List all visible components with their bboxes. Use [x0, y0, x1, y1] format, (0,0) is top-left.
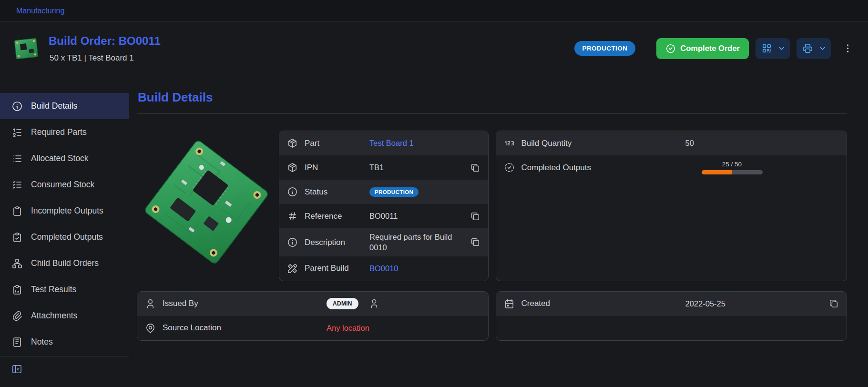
- copy-icon[interactable]: [828, 298, 839, 309]
- clipboard-check-icon: [11, 232, 23, 243]
- sidebar-item-test-results[interactable]: Test Results: [0, 276, 129, 303]
- sidebar-item-consumed-stock[interactable]: Consumed Stock: [0, 172, 129, 198]
- detail-row-completed-outputs: Completed Outputs 25 / 50: [496, 155, 847, 180]
- clipboard-icon: [11, 205, 23, 217]
- sitemap-icon: [11, 258, 23, 269]
- completed-outputs-progress: 25 / 50: [702, 161, 763, 174]
- print-actions-button[interactable]: [797, 38, 831, 59]
- reference-value: BO0011: [369, 212, 398, 221]
- part-image[interactable]: [137, 131, 276, 274]
- detail-row-build-quantity: Build Quantity 50: [496, 131, 847, 155]
- collapse-sidebar-button[interactable]: [0, 356, 129, 381]
- paperclip-icon: [11, 310, 23, 322]
- sidebar-item-label: Attachments: [31, 311, 77, 321]
- status-badge: PRODUCTION: [574, 41, 636, 56]
- sidebar-item-incomplete-outputs[interactable]: Incomplete Outputs: [0, 198, 129, 224]
- map-pin-icon: [145, 323, 156, 334]
- sidebar-item-completed-outputs[interactable]: Completed Outputs: [0, 224, 129, 250]
- build-details-cell: Part Test Board 1 IPN TB1: [137, 131, 489, 281]
- detail-row-description: Description Required parts for Build 001…: [279, 228, 488, 256]
- breadcrumb-bar: Manufacturing: [0, 0, 868, 22]
- sidebar-item-label: Required Parts: [31, 127, 87, 137]
- row-label: Build Quantity: [521, 138, 679, 148]
- detail-row-source-location: Source Location Any location: [137, 316, 488, 340]
- sidebar-item-label: Child Build Orders: [31, 258, 99, 268]
- description-value: Required parts for Build 0010: [369, 232, 463, 253]
- complete-order-label: Complete Order: [680, 44, 740, 53]
- header-titles: Build Order: BO0011 50 x TB1 | Test Boar…: [49, 34, 161, 63]
- sidebar-item-notes[interactable]: Notes: [0, 329, 129, 355]
- detail-row-ipn: IPN TB1: [279, 155, 488, 180]
- page-subtitle: 50 x TB1 | Test Board 1: [49, 53, 161, 63]
- row-label: Parent Build: [305, 263, 363, 273]
- info-circle-icon: [287, 237, 298, 248]
- main-panel: Build Details: [129, 76, 868, 387]
- detail-row-part: Part Test Board 1: [279, 131, 488, 155]
- sidebar-item-build-details[interactable]: Build Details: [0, 93, 129, 119]
- page-header: Build Order: BO0011 50 x TB1 | Test Boar…: [0, 22, 868, 76]
- progress-bar-fill: [702, 170, 732, 174]
- detail-row-issued-by: Issued By ADMIN: [137, 292, 488, 316]
- notes-icon: [11, 336, 23, 348]
- created-value: 2022-05-25: [685, 299, 725, 308]
- part-thumbnail[interactable]: [13, 37, 39, 60]
- info-circle-icon: [11, 101, 23, 112]
- chevron-down-icon: [777, 44, 786, 53]
- build-stats-card: Build Quantity 50 Completed Outputs 25 /…: [496, 131, 848, 281]
- list-numbers-icon: [11, 127, 23, 138]
- content-layout: Build Details Required Parts Allocated S…: [0, 76, 868, 387]
- sidebar-item-label: Consumed Stock: [31, 180, 94, 190]
- row-label: Description: [305, 237, 363, 247]
- list-check-icon: [11, 179, 23, 191]
- overflow-menu-button[interactable]: [840, 38, 855, 59]
- row-label: Completed Outputs: [521, 163, 679, 173]
- sidebar-item-allocated-stock[interactable]: Allocated Stock: [0, 145, 129, 172]
- parent-build-link[interactable]: BO0010: [369, 264, 398, 273]
- progress-label: 25 / 50: [722, 161, 742, 168]
- pcb-thumbnail-graphic: [13, 37, 39, 60]
- issued-card: Issued By ADMIN Source Location Any loca…: [137, 291, 489, 341]
- sidebar-item-label: Allocated Stock: [31, 153, 89, 163]
- page-title: Build Order: BO0011: [49, 34, 161, 48]
- circle-check-icon: [665, 43, 676, 54]
- hash-icon: [287, 211, 298, 222]
- copy-icon[interactable]: [470, 163, 480, 173]
- qr-code-icon: [761, 43, 772, 54]
- issued-by-badge: ADMIN: [327, 298, 358, 309]
- row-label: Status: [305, 187, 363, 197]
- sidebar-item-label: Test Results: [31, 285, 76, 295]
- details-grid: Part Test Board 1 IPN TB1: [137, 131, 847, 341]
- sidebar-item-attachments[interactable]: Attachments: [0, 303, 129, 329]
- source-location-value: Any location: [327, 324, 369, 333]
- copy-icon[interactable]: [470, 211, 480, 222]
- build-quantity-value: 50: [685, 139, 694, 148]
- calendar-icon: [504, 298, 515, 309]
- test-report-icon: [11, 284, 23, 295]
- sidebar-collapse-icon: [11, 364, 22, 375]
- sidebar: Build Details Required Parts Allocated S…: [0, 76, 129, 387]
- user-icon: [369, 298, 379, 309]
- detail-row-parent-build: Parent Build BO0010: [279, 256, 488, 281]
- copy-icon[interactable]: [470, 237, 480, 247]
- printer-icon: [802, 43, 813, 54]
- part-link[interactable]: Test Board 1: [369, 139, 414, 148]
- ipn-value: TB1: [369, 163, 384, 172]
- breadcrumb-link-manufacturing[interactable]: Manufacturing: [16, 7, 64, 15]
- sidebar-item-child-build-orders[interactable]: Child Build Orders: [0, 250, 129, 276]
- package-icon: [287, 138, 298, 149]
- chevron-down-icon: [818, 44, 827, 53]
- complete-order-button[interactable]: Complete Order: [656, 38, 749, 59]
- row-label: IPN: [305, 163, 363, 173]
- user-icon: [145, 298, 156, 309]
- row-label: Issued By: [163, 298, 320, 308]
- sidebar-item-label: Notes: [31, 337, 53, 347]
- progress-check-icon: [504, 162, 515, 173]
- detail-row-status: Status PRODUCTION: [279, 180, 488, 204]
- qr-actions-button[interactable]: [756, 38, 790, 59]
- row-label: Reference: [305, 211, 363, 221]
- panel-divider: [137, 113, 847, 114]
- info-circle-icon: [287, 186, 298, 197]
- sidebar-item-label: Completed Outputs: [31, 232, 103, 242]
- sidebar-item-required-parts[interactable]: Required Parts: [0, 119, 129, 145]
- row-label: Source Location: [163, 323, 320, 333]
